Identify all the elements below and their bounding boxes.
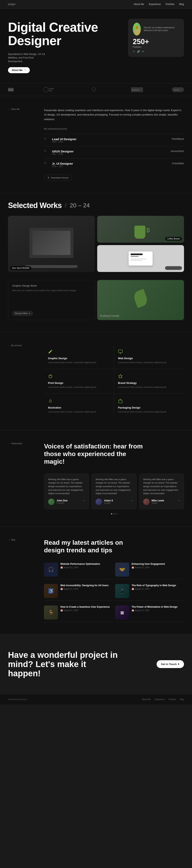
blog-date-4: 📅 August 21, 2024 (61, 609, 113, 612)
work-card-book[interactable]: Graphic Design Book Dive into my creatio… (8, 280, 95, 320)
nav-blog[interactable]: Blog (179, 3, 184, 6)
book-discover-button[interactable]: Discover More ✦ (12, 311, 33, 316)
svg-text:◆ BRAND: ◆ BRAND (132, 89, 139, 91)
svg-marker-9 (92, 87, 96, 91)
svg-rect-15 (118, 350, 122, 352)
arrow-right-icon: ✦ (29, 312, 30, 314)
service-desc-5: Lorem ipsum dolor sit amet, consectetur … (118, 410, 180, 413)
blog-card-2[interactable]: ♿ Web Accessibility: Designing for All U… (44, 582, 113, 601)
service-print-design: Print Design Lorem ipsum dolor sit amet,… (44, 369, 114, 394)
journey-company-2: InnovaTech (171, 150, 184, 153)
brand-item-2: HYPER BEST (43, 87, 57, 93)
blog-thumb-4: 🪑 (44, 606, 58, 620)
blog-date-0: 📅 August 21, 2024 (61, 566, 113, 568)
footer-link-blog[interactable]: Blog (180, 698, 184, 701)
blog-card-5[interactable]: ◼ The Power of Minimalism in Web Design … (115, 603, 184, 622)
journey-years-3: 2016 – 2017 (52, 165, 168, 167)
work-card-aero[interactable]: Aero Sport Website (8, 216, 95, 272)
blog-grid: 🎧 Website Performance Optimization 📅 Aug… (44, 560, 184, 622)
works-bottom: Graphic Design Book Dive into my creatio… (0, 276, 192, 332)
brand-logo-1: BRAND (8, 88, 13, 91)
dot-2[interactable] (113, 513, 115, 515)
journey-item-2: 02 UI/UX Designer 2017 – 2020 InnovaTech (44, 146, 184, 158)
logo: jedger (8, 3, 16, 6)
blog-thumb-5: ◼ (115, 606, 129, 620)
footer-link-experience[interactable]: Experience (155, 698, 165, 701)
social-instagram-icon[interactable]: ♾ (133, 50, 135, 53)
blog-thumb-1: 🤝 (115, 563, 129, 577)
nav-links: About Me Experience Portfolio Blog (134, 3, 184, 6)
footer-link-about[interactable]: About Me (142, 698, 151, 701)
quote-icon-2: " (179, 500, 180, 504)
nav-portfolio[interactable]: Portfolio (165, 3, 175, 6)
nav-about[interactable]: About Me (134, 3, 144, 6)
services-section: My services Graphic Design Lorem ipsum d… (0, 332, 192, 430)
blog-card-4[interactable]: 🪑 How to Create a Seamless User Experien… (44, 603, 113, 622)
nav-experience[interactable]: Experience (149, 3, 161, 6)
blog-date-2: 📅 August 21, 2024 (61, 588, 113, 590)
footer-link-portfolio[interactable]: Portfolio (168, 698, 176, 701)
testimonial-avatar-0 (48, 499, 54, 505)
journey-years-2: 2017 – 2020 (52, 153, 167, 155)
journey-role-2: UI/UX Designer (52, 150, 167, 153)
journey-item-1: 01 Lead UI Designer 2020 – 2024 PixelWav… (44, 134, 184, 146)
calendar-icon-2: 📅 (61, 588, 63, 590)
blog-card-3[interactable]: 📱 The Role of Typography in Web Design 📅… (115, 582, 184, 601)
download-resume-button[interactable]: ⬇ Download resume (44, 175, 72, 181)
testimonial-avatar-1 (95, 499, 102, 505)
svg-point-1 (135, 30, 140, 33)
journey-years-1: 2020 – 2024 (52, 141, 168, 143)
works-year: 20 – 24 (70, 202, 90, 209)
svg-marker-16 (118, 374, 122, 378)
dot-1[interactable] (111, 513, 112, 515)
testimonials-section-label: Testimonials (8, 442, 32, 445)
brand-item: BRAND (8, 88, 13, 91)
testimonial-platform-2: Twitter (152, 502, 164, 504)
testimonial-text-2: Working with Mike was a game-changer for… (143, 478, 180, 495)
about-section: About Me Passionate about creating seaml… (0, 96, 192, 193)
hero-stats-card: Discover my creative masterpieces delive… (128, 19, 184, 57)
web-design-icon (118, 349, 124, 355)
blog-card-1[interactable]: 🤝 Enhancing User Engagement 📅 August 21,… (115, 560, 184, 579)
svg-text:BRAND: BRAND (8, 89, 13, 91)
journey-role-3: Jr. UI Designer (52, 162, 168, 165)
cta-button[interactable]: Get in Touch ✦ (157, 660, 184, 668)
services-section-label: My services (8, 344, 32, 346)
work-card-coffee[interactable]: Coffee Brewer (97, 216, 184, 243)
cta-section: Have a wonderful project in mind? Let's … (0, 634, 192, 694)
hero-card-description: Discover my creative masterpieces delive… (144, 26, 179, 32)
social-twitter-icon[interactable]: ✕ (142, 50, 144, 53)
calendar-icon-4: 📅 (61, 609, 63, 612)
blog-section: Blog Read my latest articles on design t… (0, 526, 192, 634)
blog-date-3: 📅 August 21, 2024 (131, 588, 184, 590)
service-name-1: Web Design (118, 357, 180, 360)
brand-item-4: ◆ BRAND (131, 87, 143, 92)
brand-item-3: ULTRA (86, 87, 102, 93)
service-name-5: Packaging Design (118, 406, 180, 409)
blog-card-0[interactable]: 🎧 Website Performance Optimization 📅 Aug… (44, 560, 113, 579)
download-icon: ⬇ (47, 177, 49, 179)
service-name-0: Graphic Design (48, 357, 110, 360)
work-card-business[interactable]: Business Card (97, 245, 184, 272)
work-card-eco[interactable]: Ecoliving Concept (97, 280, 184, 320)
about-bio: Passionate about creating seamless user … (44, 108, 184, 121)
services-grid: Graphic Design Lorem ipsum dolor sit ame… (44, 344, 184, 418)
print-design-icon (48, 374, 53, 379)
works-section: Selected Works / 20 – 24 Aero Sport Webs… (0, 193, 192, 276)
dot-3[interactable] (116, 513, 117, 515)
social-linkedin-icon[interactable]: 🔗 (137, 50, 140, 53)
brand-item-5: BRAND (172, 87, 184, 92)
service-desc-0: Lorem ipsum dolor sit amet, consectetur … (48, 361, 110, 364)
brands-bar: BRAND HYPER BEST ULTRA ◆ BRAND BRAND (0, 83, 192, 96)
hero-section: Digital Creative Designer Specialized in… (0, 9, 192, 83)
brand-strategy-icon (118, 374, 124, 379)
journey-title: My professional journey (44, 128, 184, 130)
blog-heading: Read my latest articles on design trends… (44, 539, 128, 554)
book-title: Graphic Design Book (12, 284, 90, 287)
footer: Powered by Sound.io About Me Experience … (0, 694, 192, 705)
testimonial-name-2: Mike Lewis (152, 499, 164, 502)
hero-cta-button[interactable]: About Me → (8, 67, 30, 73)
cta-heading: Have a wonderful project in mind? Let's … (8, 650, 120, 678)
packaging-design-icon (118, 399, 124, 404)
carousel-dots (44, 513, 184, 515)
